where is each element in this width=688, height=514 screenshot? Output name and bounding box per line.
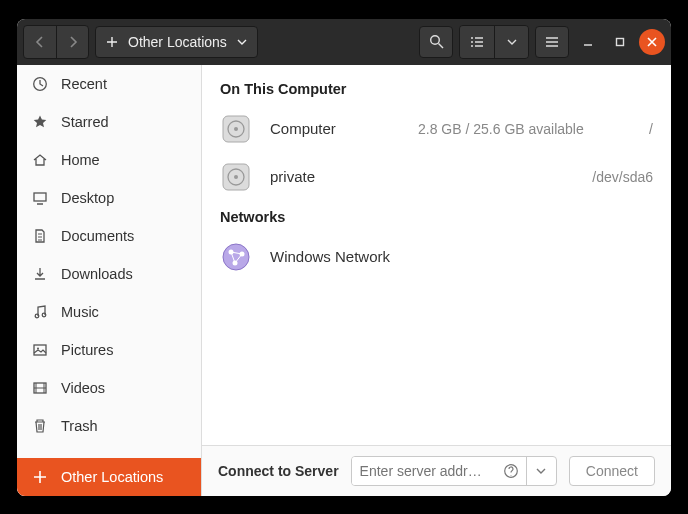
content-area: On This Computer Computer 2.8 GB / 25.6 … bbox=[202, 65, 671, 445]
svg-point-15 bbox=[223, 244, 249, 270]
svg-rect-3 bbox=[34, 193, 46, 201]
chevron-down-icon bbox=[536, 468, 546, 474]
drive-name: private bbox=[270, 168, 400, 185]
sidebar-item-starred[interactable]: Starred bbox=[17, 103, 201, 141]
section-header-computer: On This Computer bbox=[202, 73, 671, 105]
nav-group bbox=[23, 25, 89, 59]
videos-icon bbox=[31, 379, 49, 397]
server-input-group bbox=[351, 456, 557, 486]
sidebar-item-label: Desktop bbox=[61, 190, 114, 206]
desktop-icon bbox=[31, 189, 49, 207]
home-icon bbox=[31, 151, 49, 169]
music-icon bbox=[31, 303, 49, 321]
connect-button[interactable]: Connect bbox=[569, 456, 655, 486]
location-label: Other Locations bbox=[128, 34, 227, 50]
pictures-icon bbox=[31, 341, 49, 359]
drive-path: / bbox=[649, 121, 653, 137]
back-button[interactable] bbox=[24, 26, 56, 58]
svg-rect-6 bbox=[34, 345, 46, 355]
sidebar-item-label: Recent bbox=[61, 76, 107, 92]
file-manager-window: Other Locations bbox=[17, 19, 671, 496]
search-button[interactable] bbox=[419, 26, 453, 58]
download-icon bbox=[31, 265, 49, 283]
sidebar-item-music[interactable]: Music bbox=[17, 293, 201, 331]
clock-icon bbox=[31, 75, 49, 93]
chevron-down-icon bbox=[237, 39, 247, 45]
sidebar-item-label: Music bbox=[61, 304, 99, 320]
chevron-right-icon bbox=[67, 36, 79, 48]
minimize-button[interactable] bbox=[575, 29, 601, 55]
minimize-icon bbox=[583, 37, 593, 47]
main-pane: On This Computer Computer 2.8 GB / 25.6 … bbox=[202, 65, 671, 496]
drive-info: 2.8 GB / 25.6 GB available bbox=[418, 121, 631, 137]
list-icon bbox=[470, 36, 484, 48]
sidebar-item-documents[interactable]: Documents bbox=[17, 217, 201, 255]
network-name: Windows Network bbox=[270, 248, 653, 265]
trash-icon bbox=[31, 417, 49, 435]
svg-point-7 bbox=[37, 347, 39, 349]
drive-name: Computer bbox=[270, 120, 400, 137]
svg-point-11 bbox=[234, 127, 238, 131]
maximize-button[interactable] bbox=[607, 29, 633, 55]
sidebar-item-downloads[interactable]: Downloads bbox=[17, 255, 201, 293]
sidebar: Recent Starred Home Desktop Documents Do… bbox=[17, 65, 202, 496]
section-header-networks: Networks bbox=[202, 201, 671, 233]
sidebar-item-label: Trash bbox=[61, 418, 98, 434]
network-row-windows[interactable]: Windows Network bbox=[202, 233, 671, 281]
plus-icon bbox=[31, 468, 49, 486]
svg-point-5 bbox=[42, 313, 46, 317]
sidebar-item-label: Downloads bbox=[61, 266, 133, 282]
star-icon bbox=[31, 113, 49, 131]
server-address-input[interactable] bbox=[352, 457, 496, 485]
view-options-button[interactable] bbox=[494, 26, 528, 58]
sidebar-item-home[interactable]: Home bbox=[17, 141, 201, 179]
connect-footer: Connect to Server Connect bbox=[202, 445, 671, 496]
svg-rect-1 bbox=[617, 38, 624, 45]
titlebar: Other Locations bbox=[17, 19, 671, 65]
hamburger-icon bbox=[545, 36, 559, 48]
search-icon bbox=[429, 34, 444, 49]
maximize-icon bbox=[615, 37, 625, 47]
sidebar-item-label: Documents bbox=[61, 228, 134, 244]
drive-row-computer[interactable]: Computer 2.8 GB / 25.6 GB available / bbox=[202, 105, 671, 153]
network-icon bbox=[220, 241, 252, 273]
sidebar-item-trash[interactable]: Trash bbox=[17, 407, 201, 445]
svg-point-0 bbox=[430, 36, 439, 45]
sidebar-item-label: Videos bbox=[61, 380, 105, 396]
server-help-button[interactable] bbox=[496, 457, 526, 485]
sidebar-item-label: Home bbox=[61, 152, 100, 168]
view-group bbox=[459, 25, 529, 59]
sidebar-item-recent[interactable]: Recent bbox=[17, 65, 201, 103]
list-view-button[interactable] bbox=[460, 26, 494, 58]
sidebar-item-pictures[interactable]: Pictures bbox=[17, 331, 201, 369]
sidebar-item-videos[interactable]: Videos bbox=[17, 369, 201, 407]
connect-label: Connect to Server bbox=[218, 463, 339, 479]
drive-path: /dev/sda6 bbox=[592, 169, 653, 185]
menu-button[interactable] bbox=[535, 26, 569, 58]
hard-drive-icon bbox=[220, 113, 252, 145]
sidebar-item-label: Other Locations bbox=[61, 469, 163, 485]
help-icon bbox=[503, 463, 519, 479]
close-icon bbox=[647, 37, 657, 47]
svg-point-14 bbox=[234, 175, 238, 179]
documents-icon bbox=[31, 227, 49, 245]
chevron-left-icon bbox=[34, 36, 46, 48]
close-button[interactable] bbox=[639, 29, 665, 55]
sidebar-item-label: Starred bbox=[61, 114, 109, 130]
drive-row-private[interactable]: private /dev/sda6 bbox=[202, 153, 671, 201]
hard-drive-icon bbox=[220, 161, 252, 193]
sidebar-item-label: Pictures bbox=[61, 342, 113, 358]
sidebar-item-desktop[interactable]: Desktop bbox=[17, 179, 201, 217]
server-history-button[interactable] bbox=[526, 457, 556, 485]
svg-point-4 bbox=[35, 314, 39, 318]
chevron-down-icon bbox=[507, 39, 517, 45]
location-button[interactable]: Other Locations bbox=[95, 26, 258, 58]
sidebar-item-other-locations[interactable]: Other Locations bbox=[17, 458, 201, 496]
forward-button[interactable] bbox=[56, 26, 88, 58]
plus-icon bbox=[106, 36, 118, 48]
